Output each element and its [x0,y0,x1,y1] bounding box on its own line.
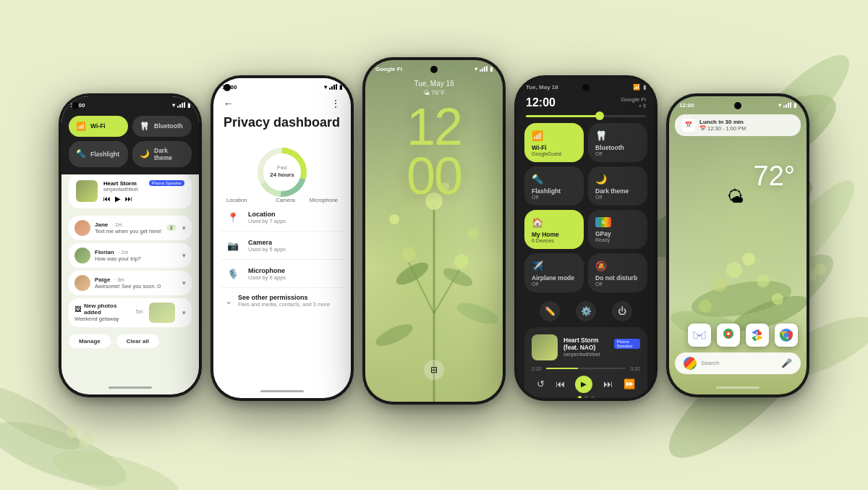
brightness-slider[interactable] [526,115,646,117]
search-bar[interactable]: Search 🎤 [675,352,801,374]
edit-button[interactable]: ✏️ [540,301,560,321]
play-button[interactable]: ▶ [115,195,121,203]
progress-bar[interactable] [546,368,626,369]
phone-4-media-card: Heart Storm (feat. NAO) Phone Speaker se… [524,327,647,398]
qs-gpay-tile[interactable]: G GPay Ready [588,210,647,249]
paige-text: Awesome! See you soon :0 [95,283,178,290]
maps-icon[interactable] [717,324,740,347]
qs-wifi-label: Wi-Fi [532,144,576,151]
see-other-permissions[interactable]: ⌄ See other permissions Files and media,… [213,288,351,313]
more-options-button[interactable]: ⋮ [331,98,341,109]
action-row: Manage Clear all [61,331,199,354]
qs-wifi-icon: 📶 [532,130,543,141]
paige-content: Paige · 3m Awesome! See you soon :0 [95,276,178,290]
qs-dark-label: Dark theme [595,187,640,195]
wifi-tile-label: Wi-Fi [90,122,106,130]
phone-5-status-icons: ▾ ▮ [778,102,796,109]
bluetooth-tile-icon: 🦷 [140,122,150,131]
replay-button[interactable]: ↺ [537,379,545,389]
microphone-usage: Used by 6 apps [248,274,339,281]
brightness-knob[interactable] [595,111,604,120]
svg-point-43 [712,277,727,292]
darktheme-tile[interactable]: 🌙 Dark theme [132,141,192,167]
microphone-icon: 🎙️ [225,266,241,282]
camera-info: Camera Used by 5 apps [248,239,339,253]
microphone-info: Microphone Used by 6 apps [248,267,339,281]
settings-button[interactable]: ⚙️ [576,301,596,321]
home-indicator[interactable]: ⊟ [424,360,444,380]
app-row [675,324,801,347]
phone-4-screen: Tue, May 18 📶 ▮ 12:00 Google Fi ● ▮ [517,78,655,398]
wifi-tile-icon: 📶 [76,122,86,131]
gmail-icon[interactable] [688,324,711,347]
phone-5-notif-sub: 📅 12:30 - 1:00 PM [699,125,746,132]
phone-4-carrier: Google Fi ● ▮ [621,96,646,109]
microphone-name: Microphone [248,267,339,274]
location-icon: 📍 [225,209,241,225]
clear-all-button[interactable]: Clear all [116,334,159,348]
qs-wifi-tile[interactable]: 📶 Wi-Fi GoogleGuest [524,123,584,162]
photos-title: New photos added [84,303,130,316]
current-time: 2:20 [532,366,542,371]
photos-expand-icon[interactable]: ▾ [182,309,186,316]
phone-1-home-bar [109,386,152,389]
florian-expand-icon[interactable]: ▾ [182,252,186,259]
flashlight-tile[interactable]: 🔦 Flashlight [69,141,128,167]
wifi-tile[interactable]: 📶 Wi-Fi [69,116,128,137]
svg-point-37 [373,320,415,350]
paige-expand-icon[interactable]: ▾ [182,279,186,287]
chrome-icon[interactable] [775,324,798,347]
microphone-label: Microphone [310,197,338,203]
media-badge: Phone Speaker [149,180,184,186]
camera-icon: 📷 [225,237,241,253]
media-info: Heart Storm Phone Speaker serpentwithfee… [103,180,184,203]
qs-airplane-tile[interactable]: ✈️ Airplane mode Off [524,253,584,292]
qs-bt-tile[interactable]: 🦷 Bluetooth Off [588,123,647,162]
phone-2-status-icons: ▾ ▮ [324,84,342,90]
phone-3-status-icons: ▾ ▮ [475,66,493,72]
svg-point-50 [727,332,730,335]
prev-button[interactable]: ⏮ [103,195,111,203]
jane-count: 2 [166,224,176,231]
forward-button[interactable]: ⏩ [624,379,635,389]
qs-wifi-sub: GoogleGuest [532,151,576,156]
qs-flash-sub: Off [532,195,576,200]
flashlight-tile-label: Flashlight [90,151,119,158]
media-page-dots [532,393,640,398]
next-button[interactable]: ⏭ [125,195,132,203]
location-item[interactable]: 📍 Location Used by 7 apps [221,203,344,232]
power-button[interactable]: ⏻ [612,301,632,321]
phone-4-camera [582,84,590,91]
svg-point-45 [772,293,783,305]
expand-icon: ⌄ [225,296,232,306]
phone-3-date: Tue, May 18 [365,75,503,88]
qs-flash-tile[interactable]: 🔦 Flashlight Off [524,166,584,206]
bluetooth-tile[interactable]: 🦷 Bluetooth [132,116,192,137]
next-button-p4[interactable]: ⏭ [603,379,613,389]
qs-dnd-tile[interactable]: 🔕 Do not disturb Off [588,253,647,292]
camera-item[interactable]: 📷 Camera Used by 5 apps [221,232,344,260]
microphone-item[interactable]: 🎙️ Microphone Used by 6 apps [221,260,344,288]
total-time: 3:32 [630,366,640,371]
phone-2-status-bar: 12:00 ▾ ▮ [213,78,351,93]
phone-4-progress: 2:20 3:32 [532,366,640,371]
photos-icon[interactable] [746,324,769,347]
play-button-p4[interactable]: ▶ [575,376,592,393]
qs-dark-tile[interactable]: 🌙 Dark theme Off [588,166,647,206]
phone-1-media-card: Heart Storm Phone Speaker serpentwithfee… [69,174,192,208]
phone-4: Tue, May 18 📶 ▮ 12:00 Google Fi ● ▮ [514,75,658,401]
jane-content: Jane · 2m Text me when you get here! [95,221,162,235]
search-placeholder: Search [701,360,777,366]
jane-name: Jane [95,221,108,228]
qs-dnd-icon: 🔕 [595,261,607,271]
quick-tiles: 📶 Wi-Fi 🦷 Bluetooth 🔦 Flashlight 🌙 Dark … [61,111,199,174]
phone-4-status-icons: 📶 ▮ [633,84,646,90]
voice-search-icon[interactable]: 🎤 [781,358,792,368]
phone-2-camera [224,84,231,91]
phone-5-notification[interactable]: 📅 Lunch in 30 min 📅 12:30 - 1:00 PM [675,114,801,136]
expand-icon[interactable]: ▾ [182,224,186,232]
qs-home-tile[interactable]: 🏠 My Home 6 Devices [524,210,584,249]
prev-button-p4[interactable]: ⏮ [556,379,565,389]
manage-button[interactable]: Manage [69,334,111,348]
back-button[interactable]: ← [224,98,234,109]
